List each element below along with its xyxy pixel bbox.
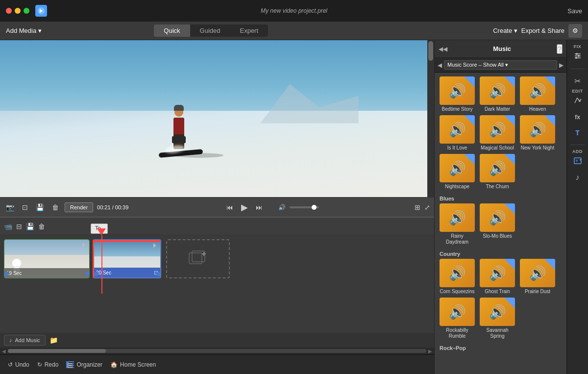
music-track: ♪ Add Music 📁 — [0, 333, 434, 348]
video-scrollbar[interactable] — [427, 40, 434, 197]
skip-back-button[interactable]: ⏮ — [224, 202, 235, 212]
play-button[interactable]: ▶ — [239, 201, 250, 214]
settings-button[interactable]: ⚙ — [568, 24, 582, 38]
ribbon-nightscape — [464, 154, 475, 165]
title-button[interactable]: T — [569, 125, 587, 141]
music-item-nightscape[interactable]: 🔊 Nightscape — [439, 154, 476, 190]
clip-handle-left[interactable] — [4, 272, 8, 275]
home-icon: 🏠 — [110, 361, 118, 368]
create-button[interactable]: Create ▾ — [493, 27, 517, 34]
music-item-is-it-love[interactable]: 🔊 Is It Love — [439, 115, 476, 151]
organizer-button[interactable]: ⊞ Organizer — [66, 361, 102, 368]
effects-button[interactable] — [569, 94, 587, 109]
add-music-button[interactable]: ♪ Add Music — [4, 335, 46, 346]
scroll-track[interactable] — [8, 349, 426, 353]
music-item-magical-school[interactable]: 🔊 Magical School — [479, 115, 516, 151]
filter-nav-left[interactable]: ◀ — [438, 62, 442, 69]
music-item-savannah[interactable]: 🔊 Savannah Spring — [479, 298, 516, 339]
close-dot[interactable] — [6, 8, 12, 14]
svg-point-10 — [576, 53, 578, 55]
music-item-rainy[interactable]: 🔊 Rainy Daydream — [439, 203, 476, 245]
tool-divider-2 — [570, 145, 585, 145]
music-name-rockabilly: Rockabilly Rumble — [440, 327, 475, 339]
delete-clip-button[interactable]: 🗑 — [38, 223, 45, 230]
delete-button[interactable]: 🗑 — [50, 202, 61, 212]
music-thumb-churn: 🔊 — [480, 154, 515, 182]
music-name-bedtime: Bedtime Story — [442, 106, 473, 112]
save-button[interactable]: Save — [567, 7, 582, 15]
content-area: 📷 ⊡ 💾 🗑 Render 00:21 / 00:39 ⏮ ▶ ⏭ 🔊 ⊞ ⤢ — [0, 40, 434, 374]
music-item-rockabilly[interactable]: 🔊 Rockabilly Rumble — [439, 298, 476, 339]
music-thumb-slomo: 🔊 — [480, 203, 515, 232]
music-item-bedtime-story[interactable]: 🔊 Bedtime Story — [439, 76, 476, 112]
tool-divider-1 — [570, 69, 585, 69]
music-item-slomo[interactable]: 🔊 Slo-Mo Blues — [479, 203, 516, 245]
add-music-side-button[interactable]: ♪ — [569, 170, 587, 185]
folder-button[interactable]: 📁 — [49, 336, 58, 344]
tab-guided[interactable]: Guided — [190, 25, 230, 37]
side-tools: FIX ✂ EDIT — [566, 40, 588, 374]
scroll-right-arrow[interactable]: ▶ — [428, 349, 432, 354]
camera-clip-button[interactable]: 📹 — [4, 223, 12, 230]
add-title-button[interactable]: T — [569, 154, 587, 170]
add-clip-icon — [188, 250, 208, 268]
camera-icon-button[interactable]: 📷 — [4, 202, 16, 212]
organizer-icon: ⊞ — [66, 361, 74, 368]
minimize-dot[interactable] — [15, 8, 21, 14]
music-row-1: 🔊 Bedtime Story 🔊 Dark Matter — [439, 76, 563, 112]
fx-icon: fx — [575, 114, 580, 121]
music-thumb-prairie: 🔊 — [520, 259, 555, 287]
music-name-corn: Corn Squeezins — [440, 289, 474, 295]
help-button[interactable]: ? — [557, 44, 563, 54]
music-item-prairie[interactable]: 🔊 Prairie Dust — [519, 259, 556, 295]
music-filter-dropdown[interactable]: Music Score – Show All ▾ — [444, 60, 557, 70]
filter-nav-right[interactable]: ▶ — [559, 62, 564, 69]
volume-thumb — [312, 205, 317, 210]
skip-forward-button[interactable]: ⏭ — [254, 202, 265, 212]
redo-button[interactable]: ↻ Redo — [37, 361, 59, 368]
clip2-handle-right[interactable] — [156, 272, 160, 276]
undo-button[interactable]: ↺ Undo — [8, 361, 29, 368]
tool-group-fix: FIX — [567, 44, 588, 65]
fullscreen-button[interactable]: ⤢ — [424, 203, 430, 211]
music-item-ghost-train[interactable]: 🔊 Ghost Train — [479, 259, 516, 295]
category-blues: Blues — [439, 193, 563, 203]
scissors-button[interactable]: ✂ — [569, 73, 587, 89]
clip-handle-right[interactable] — [85, 272, 89, 275]
ribbon-ny — [544, 115, 555, 126]
project-name: My new video project.prel — [261, 7, 327, 14]
fx-button[interactable]: fx — [569, 109, 587, 125]
music-item-new-york-night[interactable]: 🔊 New York Night — [519, 115, 556, 151]
clip-1[interactable]: 19 Sec — [4, 239, 90, 278]
export-share-button[interactable]: Export & Share — [521, 27, 564, 34]
volume-slider[interactable] — [290, 206, 319, 208]
music-filter-bar: ◀ Music Score – Show All ▾ ▶ — [435, 58, 566, 73]
detach-button[interactable]: ⊟ — [16, 223, 22, 230]
title-icon: T — [575, 129, 580, 137]
render-button[interactable]: Render — [65, 202, 93, 212]
add-media-button[interactable]: Add Media ▾ — [6, 27, 42, 34]
home-screen-button[interactable]: 🏠 Home Screen — [110, 361, 156, 368]
panel-nav-left[interactable]: ◀◀ — [439, 46, 447, 52]
tab-quick[interactable]: Quick — [154, 25, 190, 37]
scroll-left-arrow[interactable]: ◀ — [2, 349, 6, 354]
add-clip-area[interactable] — [166, 239, 230, 278]
add-title-icon: T — [573, 156, 582, 167]
music-row-3: 🔊 Nightscape 🔊 The Churn — [439, 154, 563, 190]
music-item-heaven[interactable]: 🔊 Heaven — [519, 76, 556, 112]
save-clip-button[interactable]: 💾 — [26, 223, 34, 230]
ribbon-ghost — [504, 259, 515, 270]
tab-expert[interactable]: Expert — [230, 25, 268, 37]
music-item-corn[interactable]: 🔊 Corn Squeezins — [439, 259, 476, 295]
clip2-handle-left[interactable] — [94, 272, 98, 276]
music-item-the-churn[interactable]: 🔊 The Churn — [479, 154, 516, 190]
clip-2[interactable]: 20 Sec ⊡ — [93, 239, 161, 278]
adjust-levels-button[interactable] — [569, 49, 587, 65]
music-item-dark-matter[interactable]: 🔊 Dark Matter — [479, 76, 516, 112]
maximize-dot[interactable] — [24, 8, 29, 14]
split-button[interactable]: ⊡ — [20, 202, 30, 212]
save-frame-button[interactable]: 💾 — [34, 202, 46, 212]
monitor-button[interactable]: ⊞ — [415, 203, 420, 211]
music-thumb-heaven: 🔊 — [520, 76, 555, 105]
timeline-scrollbar[interactable]: ◀ ▶ — [0, 348, 434, 354]
